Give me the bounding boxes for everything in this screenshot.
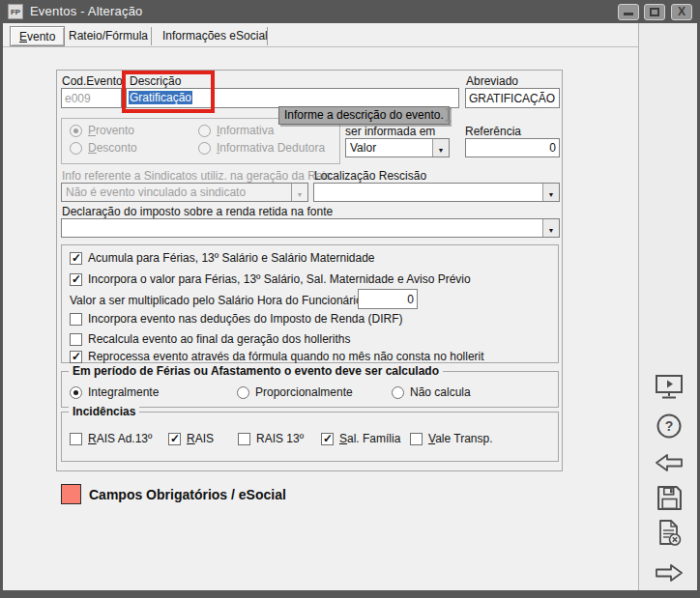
checkbox-box[interactable] bbox=[238, 433, 250, 445]
informada-em-label: ser informada em bbox=[345, 125, 435, 138]
maximize-icon bbox=[650, 8, 659, 16]
sindicato-combo: Não é evento vinculado a sindicato bbox=[61, 183, 308, 202]
checkbox-box[interactable] bbox=[70, 313, 82, 326]
svg-text:?: ? bbox=[665, 418, 674, 434]
radio-integralmente[interactable]: Integralmente bbox=[70, 385, 159, 399]
checkbox-reprocessa-evento[interactable]: Reprocessa evento através da fórmula qua… bbox=[70, 350, 484, 363]
checkbox-incorpora-valor[interactable]: Incorpora o valor para Férias, 13º Salár… bbox=[70, 272, 471, 286]
tab-rateio-formula[interactable]: Rateio/Fórmula bbox=[60, 26, 157, 46]
radio-circle[interactable] bbox=[237, 386, 249, 399]
document-delete-icon bbox=[656, 519, 682, 546]
radio-circle[interactable] bbox=[198, 125, 211, 137]
arrow-right-icon bbox=[655, 562, 684, 584]
radio-proporcionalmente[interactable]: Proporcionalmente bbox=[237, 385, 353, 399]
periodo-ferias-title: Em período de Férias ou Afastamento o ev… bbox=[69, 364, 443, 378]
tabstrip-divider bbox=[0, 46, 638, 47]
checkbox-vale-transp[interactable]: Vale Transp. bbox=[410, 432, 493, 445]
window-title: Eventos - Alteração bbox=[30, 4, 143, 18]
radio-desconto[interactable]: Desconto bbox=[70, 141, 137, 155]
tab-evento[interactable]: Evento bbox=[10, 26, 65, 46]
abreviado-label: Abreviado bbox=[466, 74, 518, 88]
radio-informativa-dedutora[interactable]: Informativa Dedutora bbox=[198, 141, 325, 155]
sindicato-label: Info referente a Sindicatos utiliz. na g… bbox=[62, 169, 331, 183]
chevron-down-icon bbox=[291, 184, 307, 201]
close-button[interactable]: X bbox=[671, 4, 692, 20]
maximize-button[interactable] bbox=[644, 4, 665, 20]
delete-record-button[interactable] bbox=[652, 516, 686, 549]
declaracao-ir-label: Declaração do imposto sobre a renda reti… bbox=[62, 205, 333, 218]
required-field-highlight bbox=[122, 71, 215, 113]
radio-nao-calcula[interactable]: Não calcula bbox=[392, 385, 471, 399]
tab-informacoes-esocial[interactable]: Informações eSocial bbox=[154, 26, 277, 46]
valor-multiplicado-input[interactable] bbox=[358, 289, 418, 309]
checkbox-box[interactable] bbox=[70, 273, 82, 286]
checkbox-rais-13[interactable]: RAIS 13º bbox=[238, 432, 304, 445]
abreviado-input[interactable] bbox=[465, 88, 560, 108]
radio-circle[interactable] bbox=[70, 142, 82, 155]
chevron-down-icon[interactable] bbox=[542, 219, 559, 237]
checkbox-box[interactable] bbox=[70, 333, 82, 346]
arrow-left-icon bbox=[655, 452, 684, 473]
help-button[interactable]: ? bbox=[652, 410, 686, 442]
checkbox-box[interactable] bbox=[410, 433, 423, 445]
tab-separator bbox=[151, 27, 152, 45]
checkbox-box[interactable] bbox=[70, 351, 82, 363]
checkbox-rais[interactable]: RAIS bbox=[168, 432, 214, 445]
window-border-left bbox=[0, 23, 3, 598]
titlebar: FP Eventos - Alteração X bbox=[0, 0, 700, 23]
localizacao-rescisao-label: Localização Rescisão bbox=[314, 169, 426, 183]
minimize-icon bbox=[624, 13, 633, 15]
required-color-swatch bbox=[61, 484, 81, 504]
checkbox-sal-familia[interactable]: Sal. Família bbox=[321, 432, 400, 445]
referencia-label: Referência bbox=[465, 125, 521, 138]
radio-circle[interactable] bbox=[70, 386, 82, 399]
radio-circle[interactable] bbox=[198, 142, 211, 155]
radio-circle[interactable] bbox=[392, 386, 404, 399]
window-border-bottom bbox=[0, 590, 700, 598]
tab-separator bbox=[267, 27, 268, 45]
preview-screen-button[interactable] bbox=[652, 371, 686, 404]
checkbox-acumula-ferias[interactable]: Acumula para Férias, 13º Salário e Salár… bbox=[70, 251, 375, 265]
minimize-button[interactable] bbox=[618, 4, 639, 20]
localizacao-rescisao-combo[interactable] bbox=[313, 183, 560, 202]
cod-evento-label: Cod.Evento bbox=[62, 74, 123, 88]
checkbox-incorpora-dirf[interactable]: Incorpora evento nas deduções do Imposto… bbox=[70, 312, 403, 326]
incidencias-title: Incidências bbox=[69, 405, 139, 418]
navigate-previous-button[interactable] bbox=[652, 446, 686, 479]
chevron-down-icon[interactable] bbox=[432, 139, 449, 157]
help-icon: ? bbox=[656, 413, 683, 440]
app-icon: FP bbox=[8, 4, 23, 19]
informada-em-combo[interactable]: Valor bbox=[345, 138, 450, 157]
action-sidebar: ? bbox=[638, 23, 697, 590]
referencia-input[interactable] bbox=[465, 138, 560, 157]
checkbox-box[interactable] bbox=[70, 433, 82, 445]
checkbox-box[interactable] bbox=[168, 433, 181, 445]
tooltip: Informe a descrição do evento. bbox=[278, 106, 450, 125]
save-button[interactable] bbox=[652, 481, 686, 514]
close-icon: X bbox=[672, 5, 691, 19]
cod-evento-input[interactable] bbox=[61, 88, 122, 108]
checkbox-rais-ad13[interactable]: RAIS Ad.13º bbox=[70, 432, 152, 445]
chevron-down-icon[interactable] bbox=[542, 184, 559, 201]
checkbox-box[interactable] bbox=[70, 252, 82, 265]
radio-informativa[interactable]: Informativa bbox=[198, 124, 274, 137]
text-cursor-icon bbox=[444, 108, 452, 122]
valor-multiplicado-label: Valor a ser multiplicado pelo Salário Ho… bbox=[70, 294, 363, 307]
app-window: FP Eventos - Alteração X Evento Rateio/F… bbox=[0, 0, 700, 598]
save-icon bbox=[656, 485, 683, 511]
declaracao-ir-combo[interactable] bbox=[61, 218, 560, 238]
radio-provento[interactable]: Provento bbox=[70, 124, 134, 137]
radio-circle[interactable] bbox=[70, 125, 82, 137]
monitor-play-icon bbox=[654, 374, 685, 401]
checkbox-recalcula-evento[interactable]: Recalcula evento ao final da geração dos… bbox=[70, 332, 351, 346]
checkbox-box[interactable] bbox=[321, 433, 334, 445]
navigate-next-button[interactable] bbox=[652, 556, 686, 589]
required-legend-label: Campos Obrigatórios / eSocial bbox=[89, 487, 286, 502]
